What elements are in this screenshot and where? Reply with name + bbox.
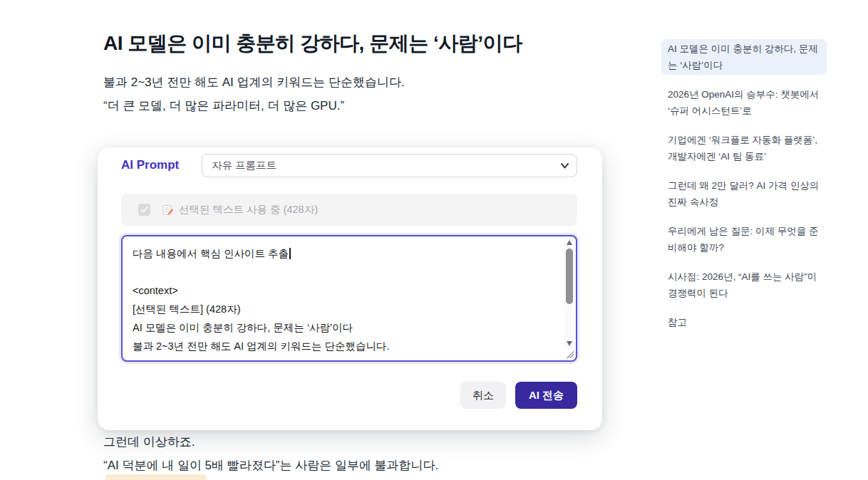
prompt-type-select[interactable]: 자유 프롬프트 (202, 154, 577, 177)
highlighted-text-stub (105, 474, 206, 480)
prompt-textarea[interactable]: 다음 내용에서 핵심 인사이트 추출 <context> [선택된 텍스트] (… (121, 235, 577, 362)
memo-icon (162, 204, 173, 216)
table-of-contents: AI 모델은 이미 충분히 강하다, 문제는 ‘사람’이다 2026년 Open… (661, 39, 827, 332)
article-paragraph: 그런데 이상하죠. (103, 434, 195, 450)
textarea-line: 불과 2~3년 전만 해도 AI 업계의 키워드는 단순했습니다. (133, 340, 390, 352)
cancel-button[interactable]: 취소 (460, 382, 506, 409)
scroll-down-arrow[interactable] (567, 341, 572, 346)
textarea-line: “더 큰 모델, 더 많은 파라미터, 더 많은 GPU.” (133, 359, 338, 362)
ai-prompt-label: AI Prompt (121, 158, 179, 172)
toc-item[interactable]: 그런데 왜 2만 달러? AI 가격 인상의 진짜 속사정 (661, 176, 827, 212)
textarea-line: 다음 내용에서 핵심 인사이트 추출 (133, 248, 289, 259)
resize-handle[interactable] (566, 350, 574, 358)
ai-prompt-modal: AI Prompt 자유 프롬프트 선택된 텍스트 사용 중 (428자) (98, 147, 602, 430)
toc-item[interactable]: 우리에게 남은 질문: 이제 무엇을 준비해야 할까? (661, 221, 827, 257)
article-paragraph: “더 큰 모델, 더 많은 파라미터, 더 많은 GPU.” (103, 98, 344, 114)
article-paragraph: “AI 덕분에 내 일이 5배 빨라졌다”는 사람은 일부에 불과합니다. (103, 457, 438, 474)
text-cursor (289, 248, 291, 259)
textarea-line: [선택된 텍스트] (428자) (133, 303, 240, 315)
toc-item[interactable]: 참고 (661, 313, 827, 332)
toc-item-current-section[interactable]: AI 모델은 이미 충분히 강하다, 문제는 ‘사람’이다 (661, 39, 827, 75)
toc-item[interactable]: 시사점: 2026년, “AI를 쓰는 사람”이 경쟁력이 된다 (661, 267, 827, 303)
article-paragraph: 불과 2~3년 전만 해도 AI 업계의 키워드는 단순했습니다. (103, 74, 405, 90)
toc-item[interactable]: 2026년 OpenAI의 승부수: 챗봇에서 ‘슈퍼 어시스턴트’로 (661, 85, 827, 120)
chevron-down-icon (561, 163, 569, 169)
selected-text-banner: 선택된 텍스트 사용 중 (428자) (121, 194, 577, 226)
prompt-type-selected-value: 자유 프롬프트 (212, 159, 277, 172)
checkmark-icon (140, 207, 148, 213)
scrollbar-thumb[interactable] (566, 249, 573, 304)
selected-text-label: 선택된 텍스트 사용 중 (428자) (179, 203, 318, 216)
page: AI 모델은 이미 충분히 강하다, 문제는 ‘사람’이다 불과 2~3년 전만… (0, 0, 868, 480)
textarea-line: AI 모델은 이미 충분히 강하다, 문제는 ‘사람’이다 (133, 322, 353, 333)
modal-actions: 취소 AI 전송 (460, 382, 577, 409)
textarea-line: <context> (133, 285, 178, 296)
textarea-scrollbar[interactable] (564, 238, 574, 348)
toc-item[interactable]: 기업에겐 ‘워크플로 자동화 플랫폼’, 개발자에겐 ‘AI 팀 동료’ (661, 130, 827, 166)
article-title: AI 모델은 이미 충분히 강하다, 문제는 ‘사람’이다 (103, 30, 522, 57)
scroll-up-arrow[interactable] (567, 240, 572, 245)
selected-text-checkbox[interactable] (138, 204, 150, 216)
prompt-textarea-content: 다음 내용에서 핵심 인사이트 추출 <context> [선택된 텍스트] (… (123, 236, 563, 360)
ai-send-button[interactable]: AI 전송 (515, 382, 577, 409)
